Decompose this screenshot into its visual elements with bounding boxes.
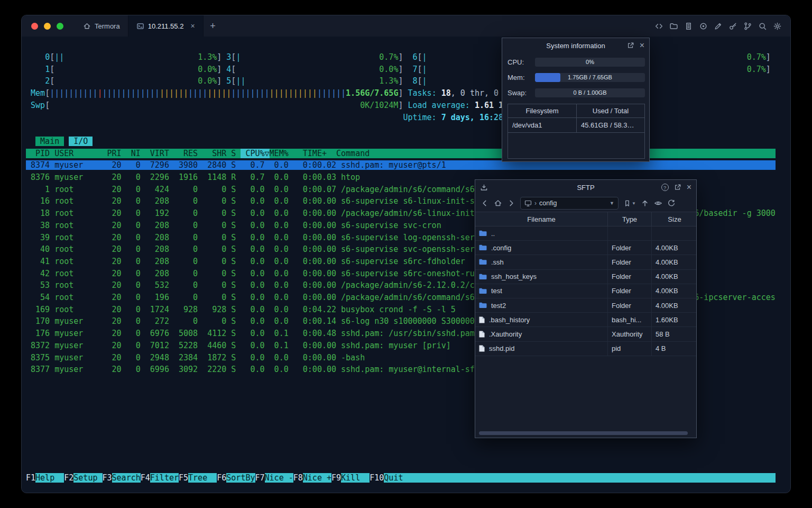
- sftp-file-row[interactable]: test2Folder4.00KB: [475, 298, 696, 313]
- fkey-action[interactable]: Kill: [341, 473, 370, 483]
- folder-icon[interactable]: [669, 22, 678, 31]
- edit-icon[interactable]: [714, 22, 723, 31]
- fkey-number[interactable]: F10: [370, 473, 384, 483]
- process-row-text[interactable]: 40 root 20 0 208 0 0 S 0.0 0.0 0:00.00 s…: [26, 244, 489, 254]
- record-icon[interactable]: [699, 22, 708, 31]
- bookmark-button[interactable]: ▼: [623, 199, 636, 207]
- folder-icon: [479, 230, 487, 237]
- process-row-text[interactable]: 8375 myuser 20 0 2948 2384 1872 S 0.0 0.…: [26, 353, 365, 362]
- sftp-file-row[interactable]: testFolder4.00KB: [475, 284, 696, 298]
- fkey-action[interactable]: Filter: [150, 473, 179, 483]
- process-row[interactable]: 8374 myuser 20 0 7296 3980 2840 S 0.7 0.…: [26, 159, 776, 171]
- fkey-action[interactable]: Nice +: [303, 473, 331, 483]
- process-row-text[interactable]: 42 root 20 0 208 0 0 S 0.0 0.0 0:00.00 s…: [26, 269, 494, 278]
- filesystem-row[interactable]: /dev/vda1 45.61GB / 58.3…: [508, 118, 644, 133]
- column-type[interactable]: Type: [607, 212, 651, 226]
- fkey-action[interactable]: Nice -: [265, 473, 293, 483]
- file-name: ssh_host_keys: [491, 273, 537, 280]
- fkey-action[interactable]: Quit: [384, 473, 412, 483]
- code-icon[interactable]: [654, 22, 663, 31]
- new-tab-button[interactable]: +: [204, 15, 223, 37]
- open-in-new-window-icon[interactable]: [674, 184, 681, 191]
- sftp-file-row[interactable]: .XauthorityXauthority58 B: [475, 327, 696, 341]
- htop-tab-bar[interactable]: Main I/O: [26, 135, 776, 148]
- search-icon[interactable]: [758, 22, 767, 31]
- fkey-action[interactable]: Search: [112, 473, 141, 483]
- sftp-toolbar: › config ▼ ▼: [475, 195, 696, 212]
- horizontal-scrollbar[interactable]: [479, 431, 688, 435]
- process-row-text[interactable]: 8372 myuser 20 0 7012 5228 4460 S 0.0 0.…: [26, 341, 451, 350]
- fkey-number[interactable]: F7: [255, 473, 265, 483]
- download-tray-icon[interactable]: [480, 184, 488, 192]
- settings-icon[interactable]: [773, 22, 782, 31]
- process-row-text[interactable]: 38 root 20 0 208 0 0 S 0.0 0.0 0:00.00 s…: [26, 221, 441, 230]
- fkey-number[interactable]: F3: [103, 473, 112, 483]
- fkey-number[interactable]: F9: [331, 473, 341, 483]
- file-name-cell: .config: [475, 241, 607, 255]
- process-row-text[interactable]: 16 root 20 0 208 0 0 S 0.0 0.0 0:00.00 s…: [26, 196, 513, 206]
- fkey-number[interactable]: F4: [141, 473, 150, 483]
- fkey-number[interactable]: F5: [179, 473, 188, 483]
- function-key-bar[interactable]: F1Help F2Setup F3SearchF4FilterF5Tree F6…: [26, 472, 776, 484]
- file-type: [607, 226, 651, 240]
- path-breadcrumb[interactable]: › config ▼: [520, 197, 619, 210]
- process-row-text[interactable]: 41 root 20 0 208 0 0 S 0.0 0.0 0:00.00 s…: [26, 257, 465, 266]
- file-name: .Xauthority: [489, 330, 522, 338]
- column-size[interactable]: Size: [651, 212, 697, 226]
- maximize-window-button[interactable]: [57, 23, 63, 30]
- close-icon[interactable]: ×: [640, 41, 644, 50]
- cpu-meter-label: 0: [45, 52, 50, 62]
- cpu-meter-value: 0.0%: [198, 76, 217, 86]
- htop-tab-io[interactable]: I/O: [69, 137, 93, 146]
- sort-column-cpu[interactable]: CPU%▽: [241, 149, 269, 158]
- sftp-file-row[interactable]: .sshFolder4.00KB: [475, 255, 696, 269]
- process-row-text[interactable]: 8377 myuser 20 0 6996 3092 2220 S 0.0 0.…: [26, 365, 484, 374]
- sftp-file-row[interactable]: .bash_historybash_hi...1.60KB: [475, 313, 696, 327]
- close-tab-icon[interactable]: ×: [190, 22, 195, 30]
- htop-tab-main[interactable]: Main: [35, 137, 64, 146]
- cpu-meter-value: 0.7%: [747, 65, 766, 74]
- fkey-action[interactable]: Setup: [73, 473, 102, 483]
- process-row-text[interactable]: 8376 myuser 20 0 2296 1916 1148 R 0.7 0.…: [26, 173, 360, 182]
- fkey-number[interactable]: F1: [26, 473, 35, 483]
- tab-termora[interactable]: Termora: [75, 15, 128, 37]
- help-icon[interactable]: ?: [661, 184, 669, 191]
- fkey-action[interactable]: Help: [35, 473, 64, 483]
- sftp-file-row[interactable]: ssh_host_keysFolder4.00KB: [475, 270, 696, 284]
- fkey-action[interactable]: Tree: [188, 473, 217, 483]
- close-window-button[interactable]: [31, 23, 38, 30]
- file-name: test2: [491, 302, 506, 310]
- up-icon[interactable]: [641, 199, 649, 207]
- sftp-file-row[interactable]: sshd.pidpid4 B: [475, 342, 696, 356]
- key-icon[interactable]: [728, 22, 737, 31]
- open-in-new-window-icon[interactable]: [627, 42, 634, 49]
- branch-icon[interactable]: [743, 22, 752, 31]
- eye-icon[interactable]: [654, 199, 662, 207]
- back-icon[interactable]: [481, 199, 489, 207]
- minimize-window-button[interactable]: [44, 23, 51, 30]
- close-icon[interactable]: ×: [687, 183, 691, 192]
- tasks-count: 18: [441, 88, 451, 98]
- chevron-down-icon[interactable]: ▼: [610, 201, 614, 206]
- fkey-number[interactable]: F2: [64, 473, 73, 483]
- forward-icon[interactable]: [507, 199, 515, 207]
- titlebar-toolbar: [654, 22, 790, 31]
- log-icon[interactable]: [684, 22, 693, 31]
- column-filename[interactable]: Filename: [475, 212, 607, 226]
- refresh-icon[interactable]: [667, 199, 676, 207]
- cpu-meter-row: 2[ 0.0%] 5[|| 1.3%] 8[| 0.0%]: [26, 75, 776, 87]
- process-table-header[interactable]: PID USER PRI NI VIRT RES SHR S CPU%▽MEM%…: [26, 148, 776, 160]
- file-type: pid: [607, 342, 651, 356]
- column-headers-left[interactable]: PID USER PRI NI VIRT RES SHR S: [26, 149, 241, 158]
- sftp-file-row[interactable]: ..: [475, 226, 696, 241]
- sftp-file-row[interactable]: .configFolder4.00KB: [475, 241, 696, 255]
- home-icon[interactable]: [494, 199, 502, 207]
- fkey-action[interactable]: SortBy: [226, 473, 255, 483]
- fkey-number[interactable]: F8: [293, 473, 303, 483]
- tab-ssh-session[interactable]: 10.211.55.2 ×: [128, 15, 204, 37]
- process-row-text[interactable]: 39 root 20 0 208 0 0 S 0.0 0.0 0:00.00 s…: [26, 233, 489, 242]
- fkey-number[interactable]: F6: [217, 473, 226, 483]
- process-row-text[interactable]: 169 root 20 0 1724 928 928 S 0.0 0.0 0:0…: [26, 305, 456, 314]
- process-row-text[interactable]: 8374 myuser 20 0 7296 3980 2840 S 0.7 0.…: [26, 160, 776, 170]
- file-name-cell: .bash_history: [475, 313, 607, 326]
